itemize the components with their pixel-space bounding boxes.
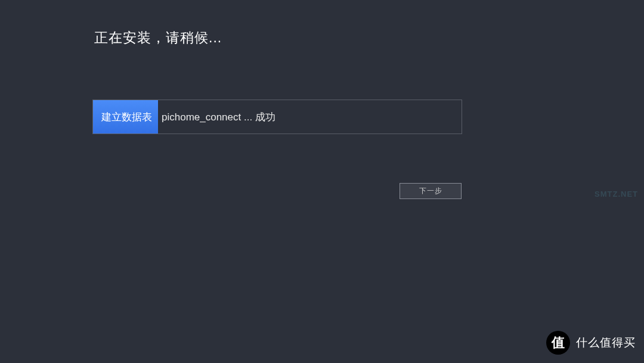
log-line-text: pichome_connect ... 成功 bbox=[158, 110, 275, 124]
brand-footer: 值 什么值得买 bbox=[546, 331, 636, 355]
brand-text: 什么值得买 bbox=[576, 335, 636, 350]
next-button[interactable]: 下一步 bbox=[400, 183, 462, 199]
installation-heading: 正在安装，请稍候... bbox=[94, 29, 222, 47]
brand-logo-icon: 值 bbox=[546, 331, 570, 355]
install-log-box: 建立数据表 pichome_connect ... 成功 bbox=[92, 100, 462, 134]
watermark-side: SMTZ.NET bbox=[595, 190, 638, 198]
log-line-highlight: 建立数据表 bbox=[93, 100, 158, 134]
